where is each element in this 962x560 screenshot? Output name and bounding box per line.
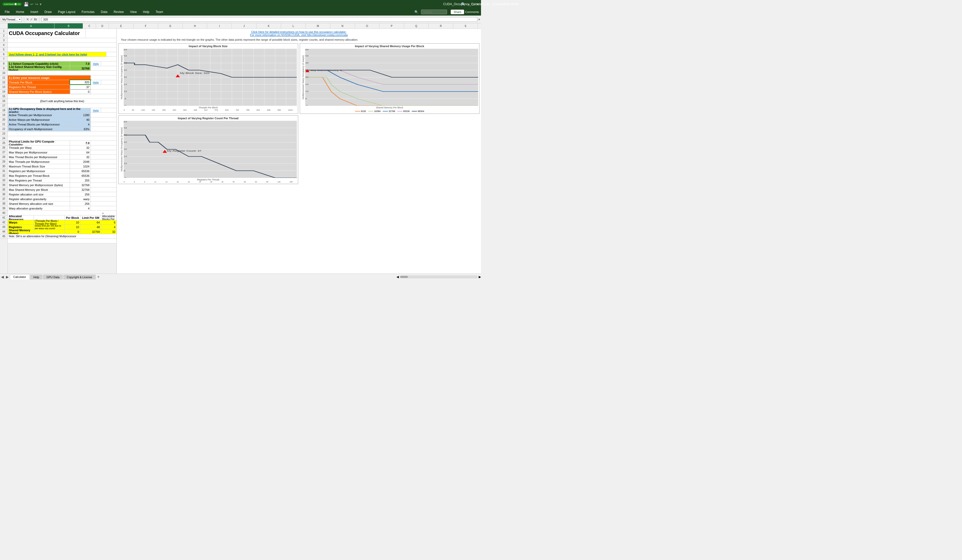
row-num-19: 19 [0,113,8,118]
grid-area: 1 2 3 4 5 6 7 8 9 10 11 12 13 14 15 16 1 [0,29,481,274]
empty-r24 [91,141,116,145]
step1-link-cell[interactable]: Just follow steps 1, 2, and 3 below! (or… [8,52,106,57]
col-header-C[interactable]: C [83,23,96,29]
registers-value-cell[interactable]: 37 [70,85,91,89]
tab-scroll-right[interactable]: ▶ [5,275,10,279]
help3-cell[interactable]: Help [91,108,101,113]
formula-icons: ✕ ✓ fx [26,18,37,21]
table-row: Registers per Multiprocessor 65536 [8,169,116,173]
tab-data[interactable]: Data [98,9,110,15]
legend-98304: 98304 [412,110,424,113]
save-icon[interactable]: 💾 [24,2,29,7]
phys-row-30-label: Registers per Multiprocessor [8,169,70,173]
warps-alloc: 6 [101,220,116,225]
ribbon-search[interactable] [421,10,447,14]
col-header-N[interactable]: N [330,23,355,29]
phys-row-35-value: 256 [70,192,91,197]
phys-row-33-label: Shared Memory per Multiprocessor (bytes) [8,183,70,187]
help2-cell[interactable]: Help [91,80,101,85]
tab-home[interactable]: Home [13,9,27,15]
tab-pagelayout[interactable]: Page Layout [55,9,78,15]
step1a-value-cell[interactable]: 7.0 [70,61,91,66]
table-row: Shared Memory Per Block (bytes) 0 [8,89,116,94]
chart2-inner: 4My Shared Memory: 0 0 8 16 24 32 40 48 … [305,49,478,106]
table-row: Physical Limits for GPU Compute Capabili… [8,141,116,145]
comments-button[interactable]: Comments [465,10,479,13]
table-row [8,71,116,76]
tab-calculator[interactable]: Calculator [10,274,29,279]
undo-icon[interactable]: ↩ [30,2,34,6]
tab-gpu-data[interactable]: GPU Data [43,274,63,279]
chart3-title: Impact of Varying Register Count Per Thr… [119,117,297,120]
col-header-K[interactable]: K [257,23,281,29]
regs-per-block: 10 [65,225,81,229]
col-header-H[interactable]: H [183,23,207,29]
instructions-link[interactable]: Click Here for detailed instructions on … [251,30,346,34]
customize-icon[interactable]: ▾ [40,2,42,6]
col-header-E[interactable]: E [109,23,134,29]
name-box[interactable]: MyThread… ▾ [1,17,22,22]
row-num-15: 15 [0,94,8,99]
tab-insert[interactable]: Insert [28,9,41,15]
col-header-R[interactable]: R [429,23,453,29]
formula-input[interactable]: 320 [42,17,477,22]
tab-help[interactable]: Help [140,9,152,15]
col-header-S[interactable]: S [453,23,478,29]
cancel-formula-icon[interactable]: ✕ [26,18,29,21]
active-blocks-value: 4 [70,122,91,127]
col-header-L[interactable]: L [281,23,306,29]
regs-desc: (Warp limit per SM due to per-warp reg c… [34,225,65,229]
help1-cell[interactable]: Help [91,61,101,66]
tab-review[interactable]: Review [111,9,126,15]
nvidia-link[interactable]: For more information on NVIDIA CUDA, vis… [250,34,348,37]
autosave-toggle[interactable]: AutoSave On [2,2,22,6]
phys-row-28-value: 2048 [70,160,91,164]
phys-row-36-label: Register allocation granularity [8,197,70,202]
tab-formulas[interactable]: Formulas [79,9,97,15]
col-header-O[interactable]: O [355,23,379,29]
name-box-dropdown[interactable]: ▾ [19,18,21,21]
horizontal-scrollbar[interactable] [400,276,478,278]
share-button[interactable]: Share [451,10,464,14]
threads-value-cell[interactable]: 320 [70,80,91,85]
col-header-D[interactable]: D [96,23,109,29]
col-header-G[interactable]: G [158,23,183,29]
col-header-M[interactable]: M [306,23,330,29]
col-header-A[interactable]: A [8,23,55,29]
svg-text:64: 64 [124,121,128,123]
scroll-right-btn[interactable]: ▶ [479,275,481,279]
col-header-J[interactable]: J [232,23,257,29]
svg-text:48: 48 [124,62,128,64]
chart1-x-label: Threads Per Block [119,106,297,109]
col-header-I[interactable]: I [207,23,232,29]
col-header-F[interactable]: F [134,23,158,29]
table-row: Threads Per Block 320 Help [8,80,116,85]
formula-expand-icon[interactable]: ▾ [478,18,480,21]
confirm-formula-icon[interactable]: ✓ [30,18,33,21]
chart-block-size: Impact of Varying Block Size Multiproces… [118,43,298,114]
tab-scroll-left[interactable]: ◀ [0,275,5,279]
tab-draw[interactable]: Draw [42,9,54,15]
step1b-value-cell[interactable]: 32768 [70,66,91,71]
row-num-27: 27 [0,150,8,155]
shared-mem-value-cell[interactable]: 0 [70,89,91,94]
tab-copyright[interactable]: Copyright & License [63,274,95,279]
redo-icon[interactable]: ↪ [35,2,38,6]
tab-help[interactable]: Help [30,274,43,279]
add-sheet-button[interactable]: + [96,274,101,279]
tab-team[interactable]: Team [153,9,166,15]
scrollbar-thumb[interactable] [400,276,408,278]
charts-description: Your chosen resource usage is indicated … [118,38,479,41]
svg-text:16: 16 [305,90,309,92]
row-num-43: 43 [0,225,8,229]
svg-text:My Register Count: 37: My Register Count: 37 [167,150,202,152]
col-header-B[interactable]: B [55,23,83,29]
search-ribbon-icon[interactable]: 🔍 [414,10,418,14]
tab-view[interactable]: View [128,9,139,15]
scroll-left-btn[interactable]: ◀ [397,275,399,279]
col-header-Q[interactable]: Q [404,23,429,29]
chart2-x-label: Shared Memory Per Block [301,106,478,109]
col-header-P[interactable]: P [379,23,404,29]
tab-file[interactable]: File [2,9,12,15]
function-icon[interactable]: fx [34,18,37,21]
